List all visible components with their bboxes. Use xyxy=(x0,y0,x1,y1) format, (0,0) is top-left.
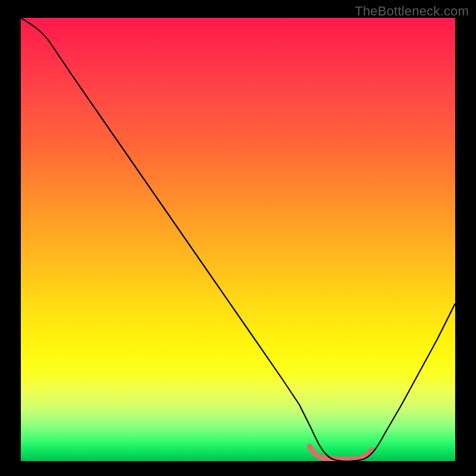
chart-svg xyxy=(21,18,455,461)
watermark-text: TheBottleneck.com xyxy=(355,4,469,19)
optimal-range-marker xyxy=(309,446,372,459)
plot-area xyxy=(21,18,455,461)
bottleneck-curve xyxy=(21,18,455,461)
